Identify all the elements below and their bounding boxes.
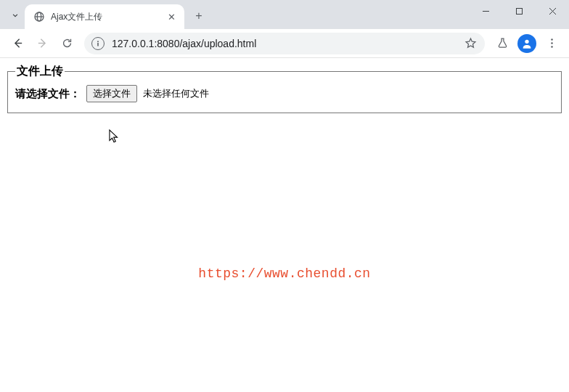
arrow-left-icon	[12, 37, 24, 49]
window-titlebar: Ajax文件上传 ✕ +	[0, 0, 569, 29]
person-icon	[521, 38, 533, 49]
profile-button[interactable]	[515, 32, 539, 55]
tab-title: Ajax文件上传	[51, 11, 165, 23]
maximize-icon	[515, 7, 523, 15]
window-close-button[interactable]	[536, 0, 569, 22]
reload-icon	[61, 37, 73, 49]
flask-icon	[496, 37, 509, 49]
svg-point-8	[551, 46, 553, 48]
file-row: 请选择文件： 选择文件 未选择任何文件	[15, 85, 554, 102]
close-icon	[549, 7, 557, 15]
arrow-right-icon	[36, 37, 49, 49]
file-select-label: 请选择文件：	[15, 87, 81, 101]
browser-toolbar: 127.0.0.1:8080/ajax/upload.html	[0, 29, 569, 58]
svg-point-5	[525, 39, 528, 43]
svg-rect-2	[516, 8, 522, 14]
browser-tab[interactable]: Ajax文件上传 ✕	[25, 4, 184, 29]
nav-reload-button[interactable]	[55, 32, 78, 55]
star-icon	[464, 37, 477, 49]
chevron-down-icon	[10, 10, 20, 20]
globe-icon	[33, 11, 45, 23]
tab-search-button[interactable]	[6, 4, 25, 26]
tab-close-button[interactable]: ✕	[165, 11, 177, 23]
info-icon	[94, 40, 102, 47]
avatar	[517, 34, 536, 53]
extensions-button[interactable]	[491, 32, 514, 55]
url-text: 127.0.0.1:8080/ajax/upload.html	[112, 38, 456, 49]
bookmark-button[interactable]	[463, 36, 478, 51]
menu-button[interactable]	[540, 32, 563, 55]
nav-back-button[interactable]	[6, 32, 29, 55]
cursor-icon	[108, 129, 119, 144]
new-tab-button[interactable]: +	[189, 6, 209, 26]
window-minimize-button[interactable]	[469, 0, 502, 22]
site-info-button[interactable]	[91, 37, 105, 50]
nav-forward-button[interactable]	[30, 32, 54, 55]
minimize-icon	[482, 7, 490, 15]
mouse-cursor	[108, 129, 119, 146]
window-maximize-button[interactable]	[502, 0, 536, 22]
kebab-icon	[546, 37, 558, 49]
svg-point-6	[551, 38, 553, 41]
file-status-text: 未选择任何文件	[143, 87, 209, 100]
svg-point-3	[97, 41, 99, 42]
fieldset-legend: 文件上传	[15, 64, 65, 79]
svg-rect-4	[97, 43, 99, 46]
svg-point-7	[551, 42, 553, 44]
page-content: 文件上传 请选择文件： 选择文件 未选择任何文件	[0, 58, 569, 119]
choose-file-button[interactable]: 选择文件	[86, 85, 137, 102]
address-bar[interactable]: 127.0.0.1:8080/ajax/upload.html	[84, 33, 485, 54]
window-controls	[469, 0, 569, 22]
file-upload-fieldset: 文件上传 请选择文件： 选择文件 未选择任何文件	[7, 64, 562, 113]
watermark-text: https://www.chendd.cn	[198, 266, 370, 281]
